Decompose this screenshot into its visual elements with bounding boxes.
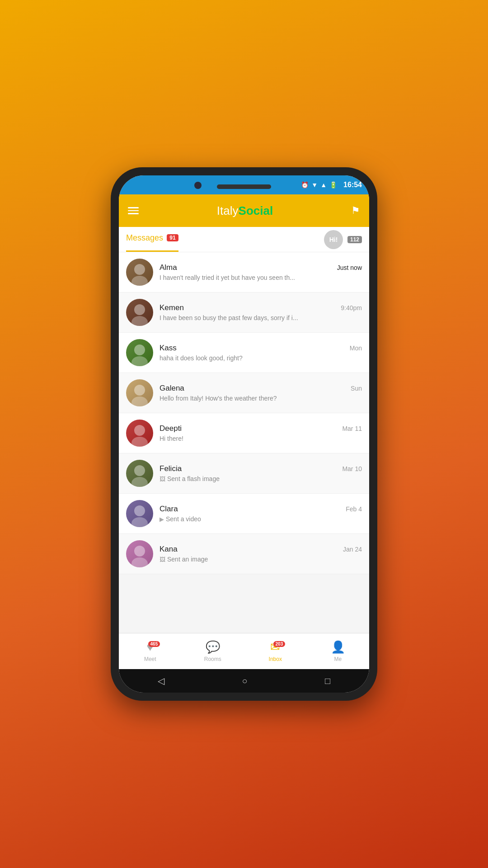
recent-button[interactable]: □ (325, 676, 330, 686)
message-preview: 🖼 Sent an image (160, 556, 362, 563)
wifi-icon: ▼ (311, 181, 318, 189)
message-item[interactable]: Felicia Mar 10 🖼 Sent a flash image (119, 453, 369, 494)
home-button[interactable]: ○ (242, 676, 247, 686)
svg-point-13 (131, 517, 148, 527)
message-header: Kass Mon (160, 344, 362, 353)
message-item[interactable]: Deepti Mar 11 Hi there! (119, 413, 369, 453)
message-header: Felicia Mar 10 (160, 464, 362, 473)
nav-icon: 👤 (331, 640, 345, 654)
svg-point-10 (134, 465, 145, 476)
preview-text: I haven't really tried it yet but have y… (160, 274, 295, 281)
message-item[interactable]: Galena Sun Hello from Italy! How's the w… (119, 373, 369, 413)
preview-icon: ▶ (160, 516, 164, 523)
message-name: Deepti (160, 424, 182, 433)
nav-badge: 203 (273, 641, 286, 647)
preview-text: Sent an image (167, 556, 208, 563)
messages-list: Alma Just now I haven't really tried it … (119, 252, 369, 633)
svg-point-0 (134, 264, 145, 275)
message-preview: haha it does look good, right? (160, 354, 362, 362)
preview-icon: 🖼 (160, 556, 165, 563)
message-header: Kemen 9:40pm (160, 303, 362, 312)
android-nav: ◁ ○ □ (119, 669, 369, 693)
avatar (126, 500, 153, 527)
message-preview: ▶ Sent a video (160, 515, 362, 523)
avatar (126, 299, 153, 326)
message-name: Galena (160, 384, 184, 393)
avatar (126, 259, 153, 286)
message-time: Feb 4 (346, 505, 362, 513)
app-title: ItalySocial (217, 204, 273, 218)
tab-messages[interactable]: Messages 91 (126, 227, 178, 252)
message-header: Galena Sun (160, 384, 362, 393)
svg-point-7 (131, 396, 148, 406)
message-preview: Hi there! (160, 435, 362, 442)
preview-text: Hi there! (160, 435, 183, 442)
svg-point-15 (131, 557, 148, 567)
message-item[interactable]: Alma Just now I haven't really tried it … (119, 252, 369, 292)
message-name: Kemen (160, 303, 184, 312)
message-time: Jan 24 (343, 546, 362, 553)
message-time: Just now (337, 264, 362, 271)
nav-label: Inbox (269, 656, 282, 662)
preview-text: I have been so busy the past few days, s… (160, 314, 298, 321)
nav-label: Me (334, 656, 342, 662)
preview-text: Sent a video (166, 515, 201, 523)
message-time: Mon (350, 344, 362, 352)
nav-icon: 💬 (206, 640, 220, 654)
nav-label: Rooms (204, 656, 221, 662)
nav-item-meet[interactable]: 465 ♥ Meet (119, 640, 182, 662)
message-item[interactable]: Kass Mon haha it does look good, right? (119, 333, 369, 373)
message-preview: 🖼 Sent a flash image (160, 475, 362, 482)
message-name: Kass (160, 344, 177, 353)
nav-item-rooms[interactable]: 💬 Rooms (182, 640, 244, 662)
alarm-icon: ⏰ (301, 181, 309, 189)
menu-button[interactable] (128, 207, 139, 214)
message-name: Kana (160, 545, 178, 554)
message-time: 9:40pm (341, 304, 362, 311)
message-content: Galena Sun Hello from Italy! How's the w… (160, 384, 362, 402)
message-header: Kana Jan 24 (160, 545, 362, 554)
avatar (126, 460, 153, 487)
message-item[interactable]: Clara Feb 4 ▶ Sent a video (119, 494, 369, 534)
message-header: Alma Just now (160, 263, 362, 272)
hi-icon: Hi! (329, 236, 338, 243)
tab-right-icons: Hi! 112 (324, 230, 362, 249)
svg-point-8 (134, 425, 145, 436)
message-content: Felicia Mar 10 🖼 Sent a flash image (160, 464, 362, 482)
nav-badge: 465 (148, 641, 160, 647)
chat-bubble-icon[interactable]: Hi! (324, 230, 343, 249)
flag-button[interactable]: ⚑ (351, 205, 360, 217)
phone-camera (194, 182, 202, 189)
message-preview: I have been so busy the past few days, s… (160, 314, 362, 321)
preview-text: haha it does look good, right? (160, 354, 243, 362)
svg-point-6 (134, 385, 145, 396)
phone-speaker (217, 184, 271, 189)
svg-point-3 (131, 316, 148, 326)
svg-point-2 (134, 304, 145, 315)
avatar (126, 379, 153, 406)
app-title-social: Social (239, 204, 273, 217)
status-time: 16:54 (343, 181, 362, 189)
svg-point-11 (131, 477, 148, 487)
avatar (126, 540, 153, 567)
messages-badge: 91 (167, 234, 178, 241)
message-item[interactable]: Kana Jan 24 🖼 Sent an image (119, 534, 369, 574)
signal-icon: ▲ (320, 181, 327, 189)
svg-point-1 (131, 276, 148, 286)
tab-bar: Messages 91 Hi! 112 (119, 227, 369, 252)
message-name: Clara (160, 505, 178, 514)
tab-messages-label: Messages (126, 233, 163, 243)
message-time: Sun (351, 385, 362, 392)
message-item[interactable]: Kemen 9:40pm I have been so busy the pas… (119, 292, 369, 333)
message-name: Felicia (160, 464, 182, 473)
nav-item-me[interactable]: 👤 Me (307, 640, 370, 662)
preview-text: Hello from Italy! How's the weather ther… (160, 395, 277, 402)
nav-item-inbox[interactable]: 203 ✉ Inbox (244, 640, 307, 662)
back-button[interactable]: ◁ (158, 675, 164, 686)
phone-screen: ⏰ ▼ ▲ 🔋 16:54 ItalySocial ⚑ Messages (119, 175, 369, 693)
chat-count-badge: 112 (347, 236, 362, 243)
preview-text: Sent a flash image (167, 475, 220, 482)
status-icons: ⏰ ▼ ▲ 🔋 16:54 (301, 181, 362, 189)
phone-device: ⏰ ▼ ▲ 🔋 16:54 ItalySocial ⚑ Messages (111, 167, 377, 701)
message-content: Kana Jan 24 🖼 Sent an image (160, 545, 362, 563)
